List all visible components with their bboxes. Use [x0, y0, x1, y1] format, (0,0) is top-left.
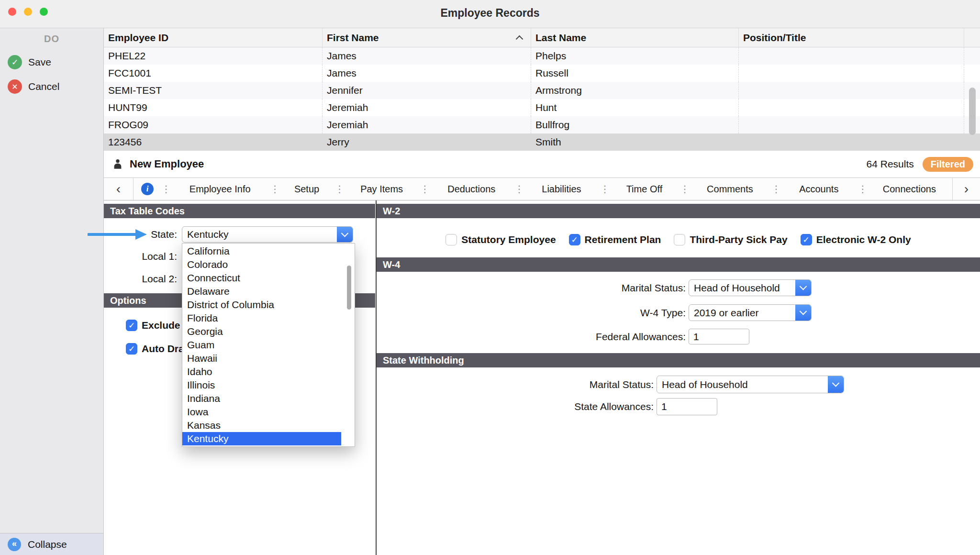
column-header-first-name[interactable]: First Name — [323, 28, 531, 47]
tab-accounts[interactable]: Accounts — [780, 178, 858, 200]
cell-position — [739, 133, 964, 151]
table-row[interactable]: FROG09 Jeremiah Bullfrog — [104, 116, 980, 133]
exclude-checkbox-label: Exclude — [142, 320, 180, 331]
state-allowances-input[interactable] — [657, 398, 717, 415]
state-option[interactable]: Hawaii — [182, 352, 341, 365]
filtered-badge[interactable]: Filtered — [923, 157, 973, 172]
employee-table: Employee ID First Name Last Name Positio… — [104, 28, 980, 151]
electronic-w2-only-checkbox[interactable] — [801, 234, 812, 245]
cell-employee-id: FROG09 — [104, 116, 323, 133]
w4-marital-status-row: Marital Status: Head of Household — [377, 279, 812, 296]
tab-drag-handle-icon[interactable] — [270, 183, 278, 195]
w4-type-select[interactable]: 2019 or earlier — [689, 304, 812, 321]
sw-marital-status-select[interactable]: Head of Household — [657, 376, 844, 393]
state-option[interactable]: Colorado — [182, 258, 341, 271]
column-header-label: Last Name — [535, 32, 586, 44]
w4-type-value: 2019 or earlier — [689, 307, 795, 319]
column-header-employee-id[interactable]: Employee ID — [104, 28, 323, 47]
column-header-label: Employee ID — [108, 32, 168, 44]
state-option[interactable]: Idaho — [182, 365, 341, 378]
w2-checkbox-row: Statutory Employee Retirement Plan Third… — [377, 232, 980, 247]
annotation-arrow-icon — [88, 229, 148, 243]
tab-info[interactable] — [134, 183, 161, 195]
state-option[interactable]: Kansas — [182, 419, 341, 432]
statutory-employee-checkbox[interactable] — [445, 234, 457, 245]
tabs-scroll-left-button[interactable]: ‹ — [104, 178, 134, 200]
tab-drag-handle-icon[interactable] — [335, 183, 344, 195]
tab-deductions[interactable]: Deductions — [429, 178, 514, 200]
tab-liabilities[interactable]: Liabilities — [523, 178, 600, 200]
save-button-label: Save — [28, 56, 51, 68]
electronic-w2-only-item[interactable]: Electronic W-2 Only — [801, 234, 911, 245]
tab-drag-handle-icon[interactable] — [771, 183, 780, 195]
table-row[interactable]: HUNT99 Jeremiah Hunt — [104, 99, 980, 116]
tab-pay-items[interactable]: Pay Items — [344, 178, 420, 200]
tab-drag-handle-icon[interactable] — [858, 183, 867, 195]
collapse-label: Collapse — [28, 539, 67, 550]
cell-last-name: Bullfrog — [531, 116, 739, 133]
dropdown-scrollbar-thumb[interactable] — [347, 266, 351, 310]
tab-setup[interactable]: Setup — [278, 178, 334, 200]
chevron-down-icon — [337, 227, 353, 242]
save-check-icon — [8, 55, 22, 69]
tab-employee-info[interactable]: Employee Info — [170, 178, 270, 200]
tab-drag-handle-icon[interactable] — [680, 183, 689, 195]
tab-label: Deductions — [447, 184, 495, 195]
third-party-sick-pay-checkbox[interactable] — [674, 234, 685, 245]
state-option[interactable]: Illinois — [182, 378, 341, 392]
results-count: 64 Results — [867, 158, 914, 170]
title-bar: Employee Records — [0, 0, 980, 28]
window-title: Employee Records — [0, 7, 980, 20]
cell-position — [739, 65, 964, 82]
tab-drag-handle-icon[interactable] — [420, 183, 429, 195]
column-header-last-name[interactable]: Last Name — [531, 28, 739, 47]
state-option[interactable]: District of Columbia — [182, 298, 341, 311]
state-option[interactable]: Delaware — [182, 285, 341, 298]
column-header-position[interactable]: Position/Title — [739, 28, 964, 47]
state-option[interactable]: California — [182, 244, 341, 258]
tab-comments[interactable]: Comments — [689, 178, 771, 200]
state-option[interactable]: Kentucky — [182, 432, 341, 445]
state-option[interactable]: Florida — [182, 311, 341, 325]
retirement-plan-item[interactable]: Retirement Plan — [569, 234, 661, 245]
tab-time-off[interactable]: Time Off — [609, 178, 680, 200]
table-row[interactable]: PHEL22 James Phelps — [104, 47, 980, 65]
exclude-checkbox-row[interactable]: Exclude — [126, 320, 180, 331]
tab-drag-handle-icon[interactable] — [600, 183, 609, 195]
state-select[interactable]: Kentucky — [182, 226, 353, 243]
cell-position — [739, 99, 964, 116]
retirement-plan-checkbox[interactable] — [569, 234, 580, 245]
federal-allowances-input[interactable] — [689, 329, 749, 344]
state-option[interactable]: Indiana — [182, 392, 341, 405]
auto-draft-checkbox[interactable] — [126, 343, 137, 355]
table-scrollbar-thumb[interactable] — [969, 88, 976, 135]
cell-employee-id: PHEL22 — [104, 47, 323, 65]
collapse-bar[interactable]: Collapse — [0, 533, 103, 555]
save-button[interactable]: Save — [8, 55, 51, 69]
state-option[interactable]: Guam — [182, 338, 341, 352]
state-option[interactable]: Iowa — [182, 405, 341, 419]
statutory-employee-item[interactable]: Statutory Employee — [445, 234, 556, 245]
tab-drag-handle-icon[interactable] — [514, 183, 523, 195]
third-party-sick-pay-item[interactable]: Third-Party Sick Pay — [674, 234, 787, 245]
cell-position — [739, 116, 964, 133]
tab-connections[interactable]: Connections — [867, 178, 952, 200]
state-option[interactable]: Georgia — [182, 325, 341, 338]
local2-label: Local 2: — [104, 271, 177, 287]
exclude-checkbox[interactable] — [126, 320, 137, 331]
tabs-scroll-right-button[interactable]: › — [952, 178, 980, 200]
table-row[interactable]: SEMI-TEST Jennifer Armstrong — [104, 82, 980, 99]
sw-marital-status-label: Marital Status: — [377, 379, 654, 390]
state-option[interactable]: Connecticut — [182, 271, 341, 285]
collapse-chevrons-icon — [8, 538, 21, 551]
table-row[interactable]: 123456 Jerry Smith — [104, 133, 980, 151]
cell-employee-id: HUNT99 — [104, 99, 323, 116]
cell-last-name: Phelps — [531, 47, 739, 65]
table-row[interactable]: FCC1001 James Russell — [104, 65, 980, 82]
column-header-label: First Name — [327, 32, 379, 44]
record-bar: New Employee 64 Results Filtered — [104, 151, 980, 178]
tab-drag-handle-icon[interactable] — [161, 183, 170, 195]
cancel-button[interactable]: Cancel — [8, 79, 59, 94]
auto-draft-checkbox-row[interactable]: Auto Dra — [126, 343, 184, 355]
w4-marital-status-select[interactable]: Head of Household — [689, 279, 812, 296]
